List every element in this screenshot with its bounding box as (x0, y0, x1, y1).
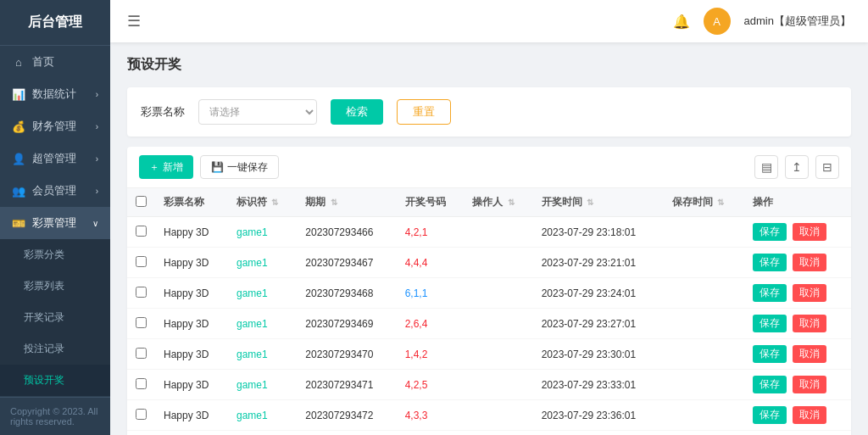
header: ☰ 🔔 A admin【超级管理员】 (110, 0, 868, 42)
row-cancel-button[interactable]: 取消 (793, 284, 826, 302)
row-save-button[interactable]: 保存 (753, 406, 787, 424)
filter-icon[interactable]: ▤ (754, 155, 778, 179)
cell-save-time (664, 309, 744, 339)
sort-icon: ⇅ (331, 198, 337, 207)
sidebar-item-member[interactable]: 👥 会员管理 › (0, 175, 110, 207)
avatar[interactable]: A (704, 8, 731, 35)
row-save-button[interactable]: 保存 (753, 223, 787, 241)
cell-save-time (664, 339, 744, 370)
sidebar-item-label: 会员管理 (32, 183, 76, 198)
row-checkbox[interactable] (136, 226, 147, 237)
row-checkbox[interactable] (136, 317, 147, 328)
row-checkbox[interactable] (136, 378, 147, 389)
chevron-down-icon: ∨ (92, 219, 98, 228)
save-all-label: 一键保存 (227, 160, 268, 175)
add-button[interactable]: ＋ 新增 (139, 155, 193, 179)
admin-icon: 👤 (12, 153, 25, 165)
cell-operator (464, 431, 532, 436)
row-save-button[interactable]: 保存 (753, 254, 787, 271)
save-all-button[interactable]: 💾 一键保存 (200, 155, 279, 179)
th-open-time: 开奖时间 ⇅ (533, 188, 664, 217)
sidebar-item-admin[interactable]: 👤 超管管理 › (0, 142, 110, 175)
sidebar-item-open-record[interactable]: 开奖记录 (0, 302, 110, 333)
cell-operator (464, 339, 532, 370)
cell-open-time: 2023-07-29 23:30:01 (533, 339, 664, 370)
cell-name: Happy 3D (155, 248, 228, 278)
sidebar-item-finance[interactable]: 💰 财务管理 › (0, 110, 110, 142)
row-checkbox[interactable] (136, 287, 147, 298)
row-save-button[interactable]: 保存 (753, 315, 787, 332)
search-button[interactable]: 检索 (331, 99, 383, 125)
page-content: 预设开奖 彩票名称 请选择 检索 重置 ＋ 新增 💾 一键保存 (110, 42, 868, 435)
sort-icon: ⇅ (587, 198, 593, 207)
cell-action: 保存 取消 (744, 248, 851, 278)
sidebar-logo: 后台管理 (0, 0, 110, 46)
notification-bell-icon[interactable]: 🔔 (673, 14, 690, 30)
cell-open-time: 2023-07-29 23:39:01 (533, 431, 664, 436)
select-all-checkbox[interactable] (136, 196, 147, 207)
sidebar-item-bet-record[interactable]: 投注记录 (0, 333, 110, 365)
finance-icon: 💰 (12, 120, 25, 133)
cell-issue: 202307293466 (297, 217, 396, 248)
row-checkbox[interactable] (136, 256, 147, 267)
sidebar-item-preset-open[interactable]: 预设开奖 (0, 365, 110, 396)
row-cancel-button[interactable]: 取消 (793, 406, 826, 424)
save-icon: 💾 (211, 161, 224, 173)
th-save-time: 保存时间 ⇅ (664, 188, 744, 217)
page-title: 预设开奖 (127, 56, 851, 74)
cell-operator (464, 217, 532, 248)
row-checkbox[interactable] (136, 348, 147, 359)
row-checkbox-cell (127, 339, 155, 370)
row-checkbox-cell (127, 309, 155, 339)
cell-tag: game1 (228, 309, 297, 339)
cell-operator (464, 278, 532, 309)
cell-open-time: 2023-07-29 23:21:01 (533, 248, 664, 278)
row-checkbox-cell (127, 217, 155, 248)
sidebar-item-label: 彩票管理 (32, 215, 76, 231)
sidebar-item-home[interactable]: ⌂ 首页 (0, 46, 110, 78)
th-operator: 操作人 ⇅ (464, 188, 532, 217)
cell-operator (464, 400, 532, 431)
cell-action: 保存 取消 (744, 217, 851, 248)
plus-icon: ＋ (149, 160, 159, 175)
data-table: 彩票名称 标识符 ⇅ 期期 ⇅ 开奖号码 (127, 188, 851, 435)
row-save-button[interactable]: 保存 (753, 284, 787, 302)
export-icon[interactable]: ↥ (785, 155, 809, 179)
row-save-button[interactable]: 保存 (753, 376, 787, 393)
row-cancel-button[interactable]: 取消 (793, 223, 826, 241)
cell-action: 保存 取消 (744, 400, 851, 431)
menu-toggle-button[interactable]: ☰ (127, 12, 141, 31)
row-cancel-button[interactable]: 取消 (793, 345, 826, 363)
cell-save-time (664, 278, 744, 309)
cell-save-time (664, 248, 744, 278)
sidebar-item-label: 首页 (32, 54, 54, 70)
cell-action: 保存 取消 (744, 370, 851, 400)
row-checkbox[interactable] (136, 409, 147, 420)
row-cancel-button[interactable]: 取消 (793, 315, 826, 332)
cell-issue: 202307293472 (297, 400, 396, 431)
table-row: Happy 3D game1 202307293469 2,6,4 2023-0… (127, 309, 851, 339)
stats-icon: 📊 (12, 88, 25, 101)
sidebar-item-lottery-list[interactable]: 彩票列表 (0, 270, 110, 302)
reset-button[interactable]: 重置 (397, 99, 451, 125)
row-cancel-button[interactable]: 取消 (793, 376, 826, 393)
lottery-name-select[interactable]: 请选择 (198, 99, 317, 125)
header-right: 🔔 A admin【超级管理员】 (673, 8, 851, 35)
cell-tag: game1 (228, 339, 297, 370)
table-row: Happy 3D game1 202307293467 4,4,4 2023-0… (127, 248, 851, 278)
sidebar-item-lottery[interactable]: 🎫 彩票管理 ∨ (0, 207, 110, 239)
cell-issue: 202307293469 (297, 309, 396, 339)
row-cancel-button[interactable]: 取消 (793, 254, 826, 271)
print-icon[interactable]: ⊟ (815, 155, 839, 179)
sidebar-item-stats[interactable]: 📊 数据统计 › (0, 78, 110, 110)
row-save-button[interactable]: 保存 (753, 345, 787, 363)
table-row: Happy 3D game1 202307293470 1,4,2 2023-0… (127, 339, 851, 370)
cell-action: 保存 取消 (744, 339, 851, 370)
cell-save-time (664, 370, 744, 400)
sort-icon: ⇅ (717, 198, 724, 207)
chevron-right-icon: › (96, 187, 98, 196)
cell-tag: game1 (228, 278, 297, 309)
row-checkbox-cell (127, 248, 155, 278)
sidebar-item-lottery-category[interactable]: 彩票分类 (0, 239, 110, 270)
cell-save-time (664, 431, 744, 436)
